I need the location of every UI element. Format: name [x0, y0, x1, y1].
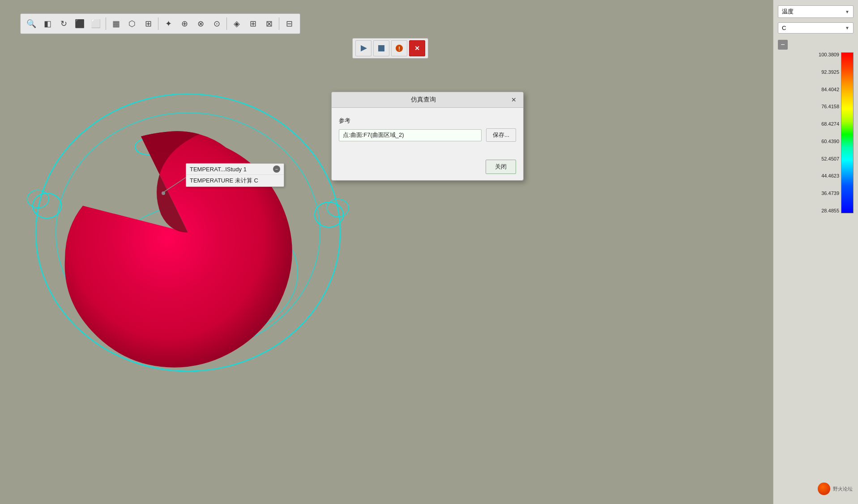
- reference-label: 参考: [339, 117, 516, 125]
- main-toolbar: 🔍 ◧ ↻ ⬛ ⬜ ▦ ⬡ ⊞ ✦ ⊕ ⊗ ⊙ ◈ ⊞ ⊠ ⊟: [20, 13, 300, 34]
- rotate-tool[interactable]: ↻: [56, 17, 71, 31]
- tooltip-minus-button[interactable]: −: [273, 165, 280, 173]
- tooltip-row-2: TEMPERATURE 未计算 C: [186, 175, 284, 186]
- view-tool-12[interactable]: ⊟: [282, 17, 296, 31]
- view-tool-5[interactable]: ✦: [161, 17, 175, 31]
- small-toolbar: ! ✕: [352, 38, 428, 59]
- tooltip-text-1: TEMPERAT...IStudy 1: [190, 166, 247, 173]
- tooltip-popup: TEMPERAT...IStudy 1 − TEMPERATURE 未计算 C: [186, 163, 284, 187]
- view-tool-4[interactable]: ⊞: [141, 17, 155, 31]
- scale-value-5: 60.4390: [819, 139, 839, 144]
- dropdown2-arrow: ▼: [845, 25, 849, 30]
- dialog-title: 仿真查询: [337, 96, 510, 104]
- logo-area: 野火论坛: [818, 483, 853, 495]
- gradient-bar: [841, 52, 854, 213]
- toolbar-divider-2: [158, 17, 158, 30]
- scale-value-0: 100.3809: [819, 52, 839, 57]
- view-tool-11[interactable]: ⊠: [262, 17, 276, 31]
- tooltip-text-2: TEMPERATURE 未计算 C: [190, 177, 258, 185]
- stop-button[interactable]: [373, 40, 389, 56]
- play-button[interactable]: [355, 40, 371, 56]
- scale-value-8: 36.4739: [819, 191, 839, 196]
- view-tool-6[interactable]: ⊕: [177, 17, 192, 31]
- unit-dropdown[interactable]: C ▼: [778, 22, 854, 34]
- dialog-close-button[interactable]: 关闭: [486, 160, 516, 174]
- zoom-tool[interactable]: 🔍: [24, 17, 38, 31]
- view-tool-8[interactable]: ⊙: [209, 17, 224, 31]
- color-scale-panel: − 100.3809 92.3925 84.4042 76.4158 68.42…: [778, 40, 854, 213]
- toolbar-divider-4: [279, 17, 279, 30]
- view-tool-9[interactable]: ◈: [230, 17, 244, 31]
- logo-text: 野火论坛: [833, 486, 853, 492]
- svg-marker-11: [361, 45, 367, 51]
- view-tool-10[interactable]: ⊞: [246, 17, 260, 31]
- temperature-dropdown-value: 温度: [782, 8, 794, 16]
- 3d-viewport[interactable]: [0, 0, 555, 504]
- scale-value-7: 44.4623: [819, 174, 839, 178]
- view-tool-3[interactable]: ⬡: [125, 17, 139, 31]
- reference-input[interactable]: [339, 129, 482, 141]
- dialog-footer: 关闭: [332, 156, 523, 180]
- view-tool-2[interactable]: ▦: [109, 17, 123, 31]
- svg-rect-12: [378, 45, 384, 51]
- close-toolbar-button[interactable]: ✕: [409, 40, 425, 56]
- logo-icon: [818, 483, 830, 495]
- simulation-query-dialog: 仿真查询 ✕ 参考 保存... 关闭: [331, 92, 524, 181]
- warning-button[interactable]: !: [391, 40, 407, 56]
- scale-value-6: 52.4507: [819, 157, 839, 161]
- tooltip-row-1: TEMPERAT...IStudy 1 −: [186, 164, 284, 175]
- toolbar-divider-1: [106, 17, 106, 30]
- scale-value-9: 28.4855: [819, 208, 839, 213]
- pointer-tool[interactable]: ◧: [40, 17, 55, 31]
- toolbar-divider-3: [226, 17, 227, 30]
- save-button[interactable]: 保存...: [486, 128, 516, 142]
- scale-value-1: 92.3925: [819, 70, 839, 75]
- right-panel: 温度 ▼ C ▼ − 100.3809 92.3925 84.4042 76.4…: [773, 0, 858, 504]
- dialog-body: 参考 保存...: [332, 108, 523, 156]
- view-tool-7[interactable]: ⊗: [193, 17, 208, 31]
- dialog-close-icon[interactable]: ✕: [510, 96, 518, 104]
- scale-labels: 100.3809 92.3925 84.4042 76.4158 68.4274…: [819, 52, 839, 213]
- unit-dropdown-value: C: [782, 25, 786, 31]
- scale-minus-button[interactable]: −: [778, 40, 788, 50]
- temperature-dropdown[interactable]: 温度 ▼: [778, 5, 854, 18]
- view-tool-1[interactable]: ⬜: [89, 17, 103, 31]
- cube-view-tool[interactable]: ⬛: [73, 17, 87, 31]
- dropdown1-arrow: ▼: [845, 9, 849, 14]
- scale-value-3: 76.4158: [819, 104, 839, 109]
- svg-text:!: !: [398, 46, 400, 52]
- scale-value-2: 84.4042: [819, 87, 839, 92]
- scale-value-4: 68.4274: [819, 122, 839, 127]
- dialog-titlebar: 仿真查询 ✕: [332, 92, 523, 108]
- reference-input-row: 保存...: [339, 128, 516, 142]
